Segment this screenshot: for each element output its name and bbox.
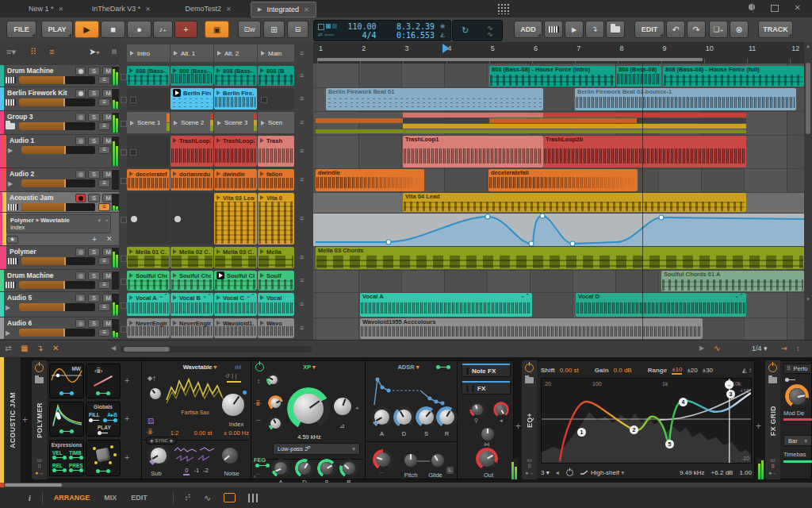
fxgrid-macro-knob[interactable] <box>785 384 809 408</box>
bend-knob[interactable] <box>373 449 393 470</box>
osc-fine-hz[interactable]: ± 0.00 Hz <box>219 429 254 437</box>
launcher-clip[interactable]: Vocal B⌄⌃ <box>170 293 213 316</box>
launcher-clip[interactable]: Vita 03 Lead <box>214 193 257 244</box>
clip-stop-button[interactable] <box>121 302 127 309</box>
track-name[interactable]: Audio 1 <box>10 137 34 144</box>
track-name[interactable]: Polymer <box>10 248 36 256</box>
pan-knob[interactable] <box>479 425 496 443</box>
automation-favorite-button[interactable]: ★ <box>6 236 18 244</box>
delete-button[interactable]: ⊗ <box>730 21 749 38</box>
insert-scene-icon[interactable]: ↴ <box>36 344 43 352</box>
arranger-body[interactable]: 808 (Bass-08) - House Force (intro)808 (… <box>313 64 804 340</box>
add-device-button[interactable]: + <box>756 421 761 432</box>
scene-play-icon[interactable] <box>174 51 178 56</box>
add-menu-button[interactable]: ADD <box>514 21 542 38</box>
envelope-modulator[interactable] <box>49 402 84 437</box>
empty-slot-stop[interactable] <box>170 193 213 244</box>
scene-slot[interactable]: Scene 1 <box>127 112 170 133</box>
record-arm-button[interactable] <box>75 271 86 280</box>
timesig-value[interactable]: 4/4 <box>342 31 377 40</box>
polymer-device-strip[interactable]: POLYMER ▭ ⠿ ●→ <box>32 360 47 479</box>
track-fx-button[interactable]: ≡ <box>98 76 110 84</box>
modulators-icon[interactable]: ⠿ <box>527 464 531 470</box>
position-value[interactable]: 8.3.2.39 <box>377 22 435 31</box>
routing-icon[interactable]: ●→ <box>35 470 44 476</box>
eq-bandwidth-handle[interactable]: ↔ <box>725 380 733 389</box>
arranger-clip[interactable]: TrashLoop1 <box>403 136 543 167</box>
scene-menu-icon[interactable]: ≡ <box>300 49 304 57</box>
snap-grid-value[interactable]: 1/4 ▾ <box>752 344 768 352</box>
tab-close-icon[interactable]: ✕ <box>226 6 232 13</box>
track-launcher-menu-icon[interactable]: ≡ <box>300 276 304 284</box>
resonance-knob[interactable] <box>330 394 355 419</box>
eq-band-point-1[interactable]: 1 <box>577 428 586 437</box>
eq-band-point-5[interactable]: 5 <box>665 440 674 448</box>
mod-depth-bar[interactable] <box>783 418 812 421</box>
device-folder-icon[interactable] <box>525 377 534 383</box>
track-row[interactable]: Acoustic JamSM≡ <box>0 192 119 213</box>
ab-route[interactable] <box>103 418 117 422</box>
time-value[interactable]: 0:16.553 <box>377 31 435 40</box>
solo-button[interactable]: S <box>88 113 100 121</box>
automation-visible-icon[interactable]: ∿ <box>714 344 720 352</box>
pin-icon[interactable]: ▪ <box>106 217 108 224</box>
modulators-icon[interactable]: ⠿ <box>37 464 41 470</box>
play-label[interactable]: PLAY <box>98 425 111 430</box>
eq-band-point-4[interactable]: 4 <box>679 398 688 406</box>
add-modulator-button[interactable]: + <box>124 452 129 462</box>
filter-keytrack-knob[interactable] <box>268 395 283 410</box>
timb-route[interactable] <box>69 456 83 460</box>
pres-route[interactable] <box>69 468 83 472</box>
track-row[interactable]: Audio 1SM▶≡ <box>0 135 119 168</box>
track-launcher-menu-icon[interactable]: ≡ <box>300 300 304 308</box>
launcher-clip[interactable]: TrashLoop1 <box>170 136 213 167</box>
add-automation-lane-button[interactable]: + <box>92 235 97 244</box>
pitch-knob[interactable] <box>401 451 420 470</box>
remove-automation-lane-button[interactable]: ✕ <box>106 235 113 243</box>
clip-stop-button[interactable] <box>121 326 127 333</box>
dual-display-icon[interactable]: ⠞ <box>185 493 191 503</box>
device-panel-toggle-icon[interactable] <box>224 493 236 502</box>
env-type-label[interactable]: ADSR ▾ <box>390 364 427 371</box>
restore-window-button[interactable] <box>771 5 779 12</box>
noise-knob[interactable] <box>219 444 241 467</box>
sub-octave-selector[interactable]: 0 -1 -2 <box>176 467 216 474</box>
launcher-clip[interactable]: 808 (Bass-… <box>214 66 257 86</box>
track-row[interactable]: Drum MachineSM≡ <box>0 270 119 292</box>
view-button-edit[interactable]: EDIT <box>131 494 147 502</box>
fxgrid-route-icon[interactable] <box>785 378 795 382</box>
track-name[interactable]: Drum Machine <box>7 67 54 75</box>
remote-controls-icon[interactable]: ▭ <box>36 457 42 464</box>
device-folder-icon[interactable] <box>768 377 777 383</box>
band-q-value[interactable]: 1.00 <box>739 469 752 476</box>
device-power-icon[interactable] <box>768 364 777 372</box>
launcher-clip[interactable]: Mella 01 C… <box>127 247 170 268</box>
track-name[interactable]: Group 3 <box>7 113 33 121</box>
automation-curve[interactable] <box>316 213 804 246</box>
record-arm-button[interactable] <box>75 67 86 75</box>
view-button-mix[interactable]: MIX <box>104 494 117 502</box>
track-name[interactable]: Acoustic Jam <box>10 194 53 202</box>
device-track-label[interactable]: ACOUSTIC JAM <box>4 357 21 483</box>
playhead-marker[interactable] <box>442 44 450 53</box>
keytrack-modulator[interactable]: ‹ⅲ› <box>86 364 121 398</box>
track-fx-button[interactable]: ≡ <box>98 281 110 289</box>
timebase-bar[interactable] <box>783 460 812 463</box>
solo-button[interactable]: S <box>88 194 100 202</box>
fx-slot[interactable]: FX <box>462 381 511 394</box>
transport-display[interactable]: ⇄ 110.00 4/4 8.3.2.39 0:16.553 ✱◭ <box>313 20 451 41</box>
launcher-clip[interactable]: Wavoloid1… <box>214 318 257 338</box>
clip-stop-button[interactable] <box>121 121 127 127</box>
arranger-clip[interactable]: Wavoloid1955 Acccolours <box>360 318 703 339</box>
track-row[interactable]: Audio 2SM▶≡ <box>0 168 119 192</box>
osc-type-label[interactable]: Wavetable ▾ <box>176 364 224 371</box>
launcher-clip[interactable]: 808 (Bass-… <box>170 66 213 86</box>
track-launcher-menu-icon[interactable]: ≡ <box>300 214 304 222</box>
track-fx-button[interactable]: ≡ <box>98 257 110 265</box>
clip-stop-button[interactable] <box>121 178 127 184</box>
solo-button[interactable]: S <box>88 248 100 256</box>
track-row[interactable]: Drum MachineSM≡ <box>0 65 119 87</box>
zoom-fit-icon[interactable]: ↕ <box>796 344 800 352</box>
sub-wave-shapes[interactable] <box>173 446 217 464</box>
device-name[interactable]: EQ+ <box>526 413 534 428</box>
